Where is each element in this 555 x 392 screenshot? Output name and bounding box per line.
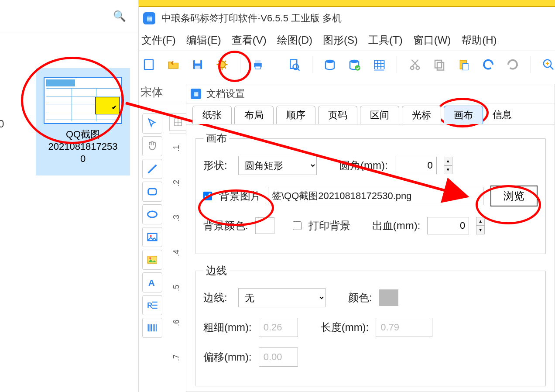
file-explorer-panel: 🔍 0 ✔ QQ截图 2021081817253 0 [0,0,139,392]
border-line-select[interactable]: 无 [238,288,325,307]
thickness-input[interactable] [259,318,298,337]
open-button[interactable] [167,55,180,74]
ruler-origin[interactable] [169,113,187,131]
svg-rect-14 [255,60,261,63]
ruler-column: .1 .2 .3 .4 .5 .6 .7 [169,113,187,392]
paste-button[interactable] [457,55,470,74]
svg-rect-2 [195,60,201,64]
document-settings-panel: ▦ 文档设置 纸张 布局 顺序 页码 区间 光标 画布 信息 画布 形状: 圆角… [186,84,555,392]
menu-draw[interactable]: 绘图(D) [277,33,312,47]
svg-point-31 [416,66,419,69]
bleed-label: 出血(mm): [372,219,421,233]
database-button[interactable] [323,55,336,74]
print-button[interactable] [251,55,264,74]
svg-line-12 [225,61,226,62]
svg-text:R: R [147,301,152,309]
font-name-display[interactable]: 宋体 [139,85,182,102]
canvas-legend: 画布 [203,131,230,145]
undo-button[interactable] [482,55,495,74]
offset-label: 偏移(mm): [203,350,252,364]
bgimg-path[interactable]: 签\QQ截图20210818172530.png [268,187,483,205]
tab-paper[interactable]: 纸张 [192,106,232,124]
document-settings-button[interactable] [216,55,229,74]
preview-button[interactable] [288,55,301,74]
border-group: 边线 边线: 无 颜色: 粗细(mm): 长度(mm): 偏移(mm): [195,264,546,386]
tool-palette: A R [142,113,164,338]
panel-title: 文档设置 [206,87,245,100]
file-thumbnail[interactable]: ✔ QQ截图 2021081817253 0 [36,68,130,175]
line-tool[interactable] [142,159,162,179]
svg-rect-43 [148,189,157,195]
svg-point-44 [148,211,157,217]
svg-line-11 [218,67,219,69]
copy-button[interactable] [433,55,446,74]
border-color-swatch[interactable] [379,289,398,306]
window-top-accent [139,0,555,7]
offset-input[interactable] [259,347,298,367]
browse-button[interactable]: 浏览 [490,186,538,206]
length-label: 长度(mm): [321,320,369,334]
rounded-rect-tool[interactable] [142,182,162,202]
thumbnail-filename: QQ截图 2021081817253 0 [48,128,117,165]
menu-edit[interactable]: 编辑(E) [186,33,221,47]
bgcolor-label: 背景颜色: [203,219,248,233]
svg-rect-34 [435,60,442,68]
search-icon[interactable]: 🔍 [113,10,126,22]
svg-line-10 [225,67,226,69]
radius-spinner[interactable]: ▲▼ [444,157,452,174]
svg-line-39 [550,66,554,69]
application-window: ▦ 中琅条码标签打印软件-V6.5.5 工业版 多机 文件(F) 编辑(E) 查… [139,0,555,392]
menu-shape[interactable]: 图形(S) [323,33,358,47]
bleed-input[interactable] [427,217,469,234]
tab-info[interactable]: 信息 [486,106,521,124]
tab-page[interactable]: 页码 [318,106,357,124]
text-tool[interactable]: A [142,272,162,292]
svg-rect-15 [255,66,261,69]
shape-select[interactable]: 圆角矩形 [238,156,317,175]
vertical-ruler: .1 .2 .3 .4 .5 .6 .7 [169,134,187,392]
tab-canvas[interactable]: 画布 [444,106,483,124]
tab-order[interactable]: 顺序 [276,106,315,124]
barcode-tool[interactable] [142,318,162,338]
zoom-in-button[interactable] [542,55,555,74]
printbg-checkbox[interactable] [293,221,301,230]
menu-window[interactable]: 窗口(W) [413,33,451,47]
menu-file[interactable]: 文件(F) [141,33,176,47]
bgcolor-swatch[interactable] [255,217,274,234]
redo-button[interactable] [506,55,519,74]
svg-point-21 [355,65,360,71]
database-refresh-button[interactable] [348,55,361,74]
pan-tool[interactable] [142,136,162,156]
save-button[interactable] [191,55,204,74]
svg-point-20 [350,59,359,63]
richtext-tool[interactable]: R [142,295,162,315]
thickness-label: 粗细(mm): [203,320,252,334]
image-tool[interactable] [142,227,162,247]
svg-point-46 [150,235,152,237]
tab-range[interactable]: 区间 [360,106,399,124]
length-input[interactable] [376,318,432,337]
tab-layout[interactable]: 布局 [234,106,274,124]
radius-input[interactable] [395,157,437,174]
ellipse-tool[interactable] [142,204,162,224]
tab-cursor[interactable]: 光标 [402,106,441,124]
menu-view[interactable]: 查看(V) [232,33,267,47]
svg-rect-0 [144,59,153,69]
new-doc-button[interactable] [142,55,155,74]
search-row: 🔍 [0,0,138,32]
border-legend: 边线 [203,264,230,278]
select-tool[interactable] [142,113,162,134]
menu-tool[interactable]: 工具(T) [368,33,403,47]
app-icon: ▦ [143,12,155,24]
picture-tool[interactable] [142,250,162,270]
grid-button[interactable] [372,55,385,74]
svg-point-19 [325,59,334,63]
bleed-spinner[interactable]: ▲▼ [476,217,485,234]
menu-help[interactable]: 帮助(H) [461,33,497,47]
axis-zero-label: 0 [0,118,4,130]
title-bar: ▦ 中琅条码标签打印软件-V6.5.5 工业版 多机 [139,7,555,30]
svg-line-9 [218,61,219,62]
cut-button[interactable] [408,55,421,74]
settings-form: 画布 形状: 圆角矩形 圆角(mm): ▲▼ 背景图片 签\QQ截图202108… [195,131,546,387]
bgimg-checkbox[interactable] [203,192,212,200]
